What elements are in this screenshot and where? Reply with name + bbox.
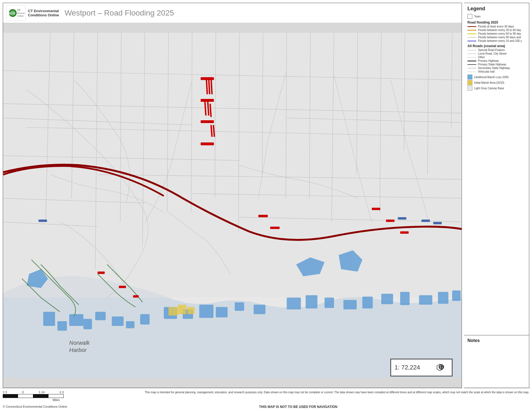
road-label-primary-state: Primary State Highway xyxy=(478,63,506,66)
svg-rect-57 xyxy=(381,294,393,304)
legend-flood-2: Floods between every 30 to 60 day xyxy=(467,29,526,32)
svg-rect-90 xyxy=(433,222,442,224)
svg-rect-67 xyxy=(187,307,195,314)
legend-flood-3: Floods between every 60 to 90 day xyxy=(467,32,526,35)
main-area: ECO CT Environ. Online CT Environmental … xyxy=(0,0,532,388)
legend-item-town: Town xyxy=(467,14,526,19)
svg-rect-42 xyxy=(95,312,106,320)
svg-rect-38 xyxy=(43,312,55,326)
scale-seg-4 xyxy=(48,394,64,398)
svg-rect-56 xyxy=(362,297,373,308)
logo-text-line2: Conditions Online xyxy=(28,13,59,17)
all-roads-title: All Roads (coastal area) xyxy=(467,44,526,48)
scale-num-3: 2.3 xyxy=(60,390,64,394)
legend-marsh-area: Initial Marsh Area (2010) xyxy=(467,80,526,85)
flood-label-1: Floods at least every 30 days xyxy=(478,25,514,28)
flood-line-5 xyxy=(467,40,476,42)
marsh-loss-label: Likelihood Marsh Loss 2055 xyxy=(474,76,509,79)
svg-rect-51 xyxy=(254,305,265,314)
road-line-vehicular xyxy=(467,71,476,73)
flood-label-2: Floods between every 30 to 60 day xyxy=(478,29,521,32)
scale-miles-label: Miles xyxy=(53,398,60,402)
svg-rect-88 xyxy=(39,219,47,222)
svg-text:ECO: ECO xyxy=(9,12,15,15)
marsh-loss-swatch xyxy=(467,75,472,80)
town-swatch xyxy=(467,14,472,19)
svg-line-73 xyxy=(210,104,211,117)
svg-rect-91 xyxy=(398,217,406,220)
base-label: Light Gray Canvas Base xyxy=(474,87,504,90)
legend-road-1: Special Road Feature xyxy=(467,48,526,52)
notes-title: Notes xyxy=(467,338,526,343)
legend-marsh-loss: Likelihood Marsh Loss 2055 xyxy=(467,75,526,80)
road-line-other xyxy=(467,56,476,58)
marsh-area-swatch xyxy=(467,80,472,85)
svg-rect-79 xyxy=(201,142,214,145)
map-container: Norwalk Harbor 1: 72,224 ⬡ ⊕ xyxy=(3,23,462,388)
svg-rect-86 xyxy=(119,286,126,288)
svg-rect-81 xyxy=(270,227,280,229)
svg-rect-40 xyxy=(69,314,83,326)
svg-text:Norwalk: Norwalk xyxy=(69,339,90,346)
marsh-area-label: Initial Marsh Area (2010) xyxy=(474,81,504,84)
legend-base: Light Gray Canvas Base xyxy=(467,86,526,91)
svg-rect-59 xyxy=(419,295,432,305)
flood-line-3 xyxy=(467,33,476,35)
disclaimer-text: This map is intended for general plannin… xyxy=(69,390,529,394)
svg-rect-52 xyxy=(287,298,301,310)
svg-rect-48 xyxy=(199,305,213,318)
legend-road-primary-state: Primary State Highway xyxy=(467,63,526,66)
road-line-primary-state xyxy=(467,63,476,66)
bottom-bar: 2.3 0 1.14 2.3 Miles This map is intende… xyxy=(0,388,532,404)
legend-area: Legend Town Road flooding 2025 Floods at… xyxy=(464,3,529,335)
svg-line-75 xyxy=(213,125,214,137)
svg-rect-83 xyxy=(386,219,395,222)
svg-text:Harbor: Harbor xyxy=(69,347,87,353)
scale-ruler-section: 2.3 0 1.14 2.3 Miles xyxy=(3,390,64,402)
svg-rect-82 xyxy=(372,208,380,210)
scale-num-0: 2.3 xyxy=(3,390,7,394)
svg-rect-45 xyxy=(140,314,150,325)
road-label-other: Other xyxy=(478,56,485,59)
bottom-credits: © Connecticut Environmental Conditions O… xyxy=(0,404,532,411)
scale-bar xyxy=(3,394,64,398)
flood-line-4 xyxy=(467,36,476,39)
logo-svg: ECO CT Environ. Online xyxy=(7,6,25,20)
svg-rect-58 xyxy=(400,292,410,305)
svg-rect-78 xyxy=(201,120,214,123)
outer-container: ECO CT Environ. Online CT Environmental … xyxy=(0,0,532,411)
svg-line-74 xyxy=(211,125,212,137)
copyright-text: © Connecticut Environmental Conditions O… xyxy=(3,405,67,409)
road-label-vehicular: Vehicular trail xyxy=(478,70,495,73)
legend-road-vehicular: Vehicular trail xyxy=(467,70,526,73)
legend-flood-1: Floods at least every 30 days xyxy=(467,25,526,28)
logo-area: ECO CT Environ. Online CT Environmental … xyxy=(6,5,59,21)
right-panel: Legend Town Road flooding 2025 Floods at… xyxy=(464,3,529,388)
scale-num-1: 0 xyxy=(22,390,24,394)
road-label-2: Local Road, City Street xyxy=(478,52,507,55)
flood-label-4: Floods between every 90 days and xyxy=(478,36,521,39)
svg-rect-80 xyxy=(258,215,268,217)
svg-text:Environ.: Environ. xyxy=(17,12,25,14)
scale-num-2: 1.14 xyxy=(39,390,44,394)
legend-road-2: Local Road, City Street xyxy=(467,52,526,55)
header-bar: ECO CT Environ. Online CT Environmental … xyxy=(3,3,462,23)
svg-rect-39 xyxy=(57,321,67,331)
legend-title: Legend xyxy=(467,6,526,12)
flood-line-2 xyxy=(467,29,476,31)
scale-seg-3 xyxy=(33,394,48,398)
svg-rect-50 xyxy=(235,302,244,311)
svg-rect-44 xyxy=(126,321,135,328)
flood-label-3: Floods between every 60 to 90 day xyxy=(478,32,521,35)
svg-rect-41 xyxy=(83,319,92,329)
svg-rect-60 xyxy=(438,292,449,304)
logo-text-line1: CT Environmental xyxy=(28,9,59,13)
svg-rect-61 xyxy=(452,290,461,301)
svg-text:⊕: ⊕ xyxy=(438,363,444,371)
left-panel: ECO CT Environ. Online CT Environmental … xyxy=(3,3,462,388)
road-line-secondary-state xyxy=(467,67,476,69)
road-line-1 xyxy=(467,49,476,51)
legend-flood-5: Floods between every 10 and 100 y xyxy=(467,39,526,42)
flood-label-5: Floods between every 10 and 100 y xyxy=(478,39,522,42)
svg-rect-65 xyxy=(168,307,178,316)
